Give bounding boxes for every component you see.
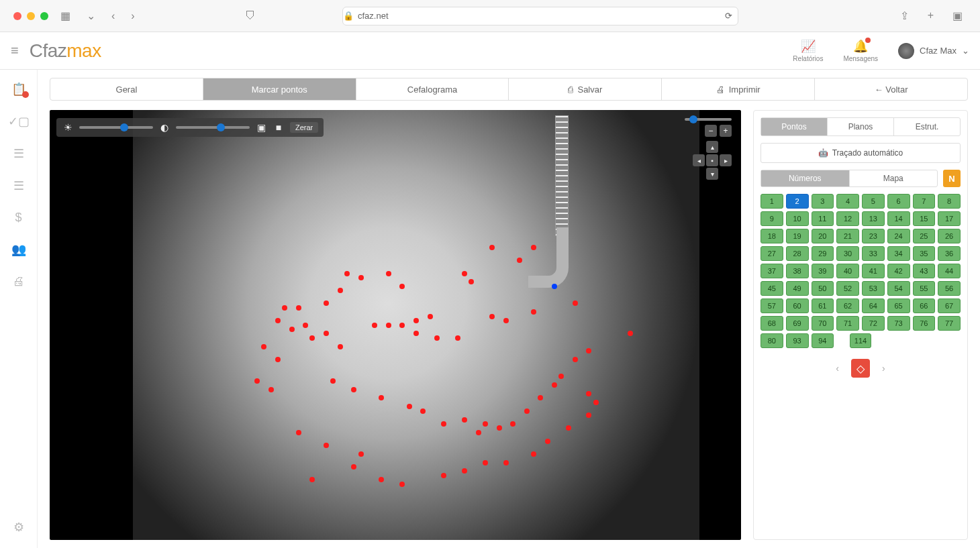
- point-number-44[interactable]: 44: [938, 264, 961, 278]
- landmark-point[interactable]: [538, 395, 543, 400]
- point-number-9[interactable]: 9: [761, 211, 783, 226]
- sidebar-toggle-icon[interactable]: ▦: [56, 8, 75, 23]
- point-number-72[interactable]: 72: [862, 316, 885, 331]
- landmark-point[interactable]: [489, 245, 495, 250]
- landmark-point[interactable]: [413, 318, 419, 323]
- landmark-point[interactable]: [351, 387, 356, 392]
- landmark-point[interactable]: [593, 400, 599, 405]
- landmark-point[interactable]: [524, 408, 530, 414]
- point-number-61[interactable]: 61: [812, 298, 834, 313]
- landmark-point[interactable]: [531, 451, 536, 457]
- gear-icon[interactable]: ⚙: [13, 520, 24, 535]
- image-viewer[interactable]: ☀ ◐ ▣ ■ Zerar − + ▴ ◂▪▸: [50, 110, 741, 540]
- landmark-point[interactable]: [399, 284, 405, 289]
- point-number-80[interactable]: 80: [761, 333, 783, 348]
- tab-cephalogram[interactable]: Cefalograma: [356, 78, 509, 100]
- point-number-54[interactable]: 54: [887, 281, 910, 296]
- landmark-point[interactable]: [428, 314, 433, 319]
- point-number-1[interactable]: 1: [761, 194, 783, 209]
- square-icon[interactable]: ▣: [255, 122, 267, 133]
- landmark-point[interactable]: [489, 314, 495, 319]
- point-number-24[interactable]: 24: [887, 229, 910, 243]
- landmark-point[interactable]: [586, 413, 591, 418]
- point-number-94[interactable]: 94: [812, 333, 834, 348]
- point-number-26[interactable]: 26: [938, 229, 961, 243]
- point-number-3[interactable]: 3: [812, 194, 834, 209]
- landmark-point[interactable]: [469, 279, 474, 284]
- landmark-point[interactable]: [261, 344, 266, 349]
- point-number-20[interactable]: 20: [812, 229, 834, 243]
- landmark-point[interactable]: [483, 460, 488, 465]
- landmark-point[interactable]: [379, 477, 384, 482]
- point-number-50[interactable]: 50: [812, 281, 834, 296]
- point-number-2[interactable]: 2: [786, 194, 809, 209]
- point-number-41[interactable]: 41: [862, 264, 885, 278]
- tabs-icon[interactable]: ▣: [948, 8, 967, 23]
- subtab-numbers[interactable]: Números: [761, 170, 850, 186]
- pan-up[interactable]: ▴: [706, 141, 718, 153]
- share-icon[interactable]: ⇪: [896, 8, 913, 23]
- landmark-point[interactable]: [386, 323, 391, 328]
- landmark-point[interactable]: [351, 464, 356, 470]
- ptab-planes[interactable]: Planos: [828, 118, 894, 135]
- point-number-114[interactable]: 114: [850, 333, 871, 348]
- point-number-67[interactable]: 67: [938, 298, 961, 313]
- point-number-35[interactable]: 35: [913, 246, 936, 261]
- point-number-57[interactable]: 57: [761, 298, 783, 313]
- subtab-map[interactable]: Mapa: [850, 170, 938, 186]
- n-button[interactable]: N: [943, 170, 961, 187]
- point-number-4[interactable]: 4: [836, 194, 859, 209]
- clipboard-alert-icon[interactable]: 📋: [11, 82, 26, 97]
- landmark-point[interactable]: [455, 335, 460, 341]
- landmark-point[interactable]: [303, 323, 308, 328]
- point-number-43[interactable]: 43: [913, 264, 936, 278]
- point-number-21[interactable]: 21: [836, 229, 859, 243]
- point-number-77[interactable]: 77: [938, 316, 961, 331]
- point-number-38[interactable]: 38: [786, 264, 809, 278]
- point-number-39[interactable]: 39: [812, 264, 834, 278]
- point-number-62[interactable]: 62: [836, 298, 859, 313]
- landmark-point[interactable]: [573, 300, 578, 306]
- reports-link[interactable]: 📈 Relatórios: [793, 39, 823, 62]
- stop-icon[interactable]: ■: [273, 122, 285, 133]
- landmark-point[interactable]: [510, 421, 516, 427]
- landmark-point[interactable]: [282, 305, 287, 311]
- auto-trace-button[interactable]: 🤖 Traçado automático: [761, 143, 961, 163]
- chevron-down-icon[interactable]: ⌄: [83, 8, 99, 23]
- new-tab-icon[interactable]: +: [924, 8, 938, 23]
- point-number-60[interactable]: 60: [786, 298, 809, 313]
- pan-center[interactable]: ▪: [706, 154, 718, 166]
- landmark-point[interactable]: [503, 318, 509, 323]
- point-number-5[interactable]: 5: [862, 194, 885, 209]
- point-number-45[interactable]: 45: [761, 281, 783, 296]
- point-number-10[interactable]: 10: [786, 211, 809, 226]
- point-number-28[interactable]: 28: [786, 246, 809, 261]
- point-number-76[interactable]: 76: [913, 316, 936, 331]
- landmark-point[interactable]: [399, 323, 405, 328]
- landmark-point[interactable]: [268, 387, 274, 392]
- landmark-point[interactable]: [462, 271, 467, 276]
- landmark-point[interactable]: [434, 335, 440, 341]
- point-number-25[interactable]: 25: [913, 229, 936, 243]
- list-icon-2[interactable]: ☰: [13, 178, 24, 193]
- close-window[interactable]: [13, 12, 21, 20]
- contrast-slider[interactable]: [176, 126, 250, 129]
- landmark-point[interactable]: [372, 323, 377, 328]
- point-number-52[interactable]: 52: [836, 281, 859, 296]
- point-number-33[interactable]: 33: [862, 246, 885, 261]
- brightness-icon[interactable]: ☀: [62, 122, 74, 133]
- landmark-point[interactable]: [462, 417, 467, 423]
- landmark-point[interactable]: [324, 300, 329, 306]
- landmark-point[interactable]: [379, 395, 384, 400]
- pan-right[interactable]: ▸: [720, 154, 732, 166]
- point-number-12[interactable]: 12: [836, 211, 859, 226]
- landmark-point[interactable]: [558, 374, 564, 379]
- landmark-point[interactable]: [517, 258, 522, 263]
- menu-icon[interactable]: ≡: [11, 43, 19, 58]
- point-number-66[interactable]: 66: [913, 298, 936, 313]
- landmark-point[interactable]: [399, 482, 405, 487]
- landmark-point[interactable]: [628, 331, 633, 336]
- point-number-15[interactable]: 15: [913, 211, 936, 226]
- shield-icon[interactable]: ⛉: [241, 9, 260, 23]
- point-number-23[interactable]: 23: [862, 229, 885, 243]
